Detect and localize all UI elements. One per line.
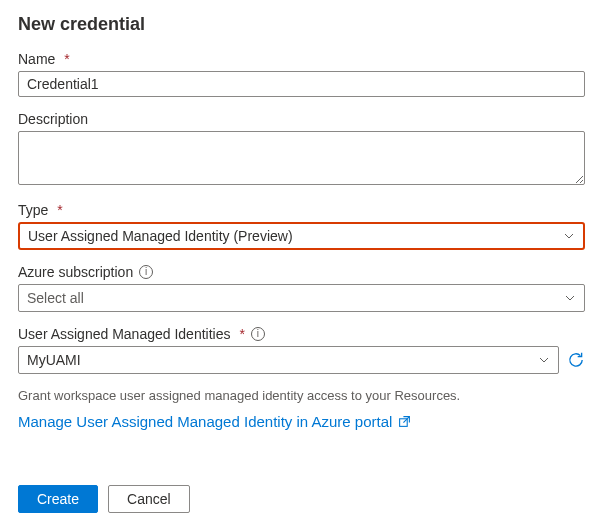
uami-group: User Assigned Managed Identities * i MyU…: [18, 326, 585, 374]
required-marker: *: [64, 51, 69, 67]
chevron-down-icon: [538, 354, 550, 366]
external-link-icon: [398, 415, 411, 428]
chevron-down-icon: [563, 230, 575, 242]
type-label: Type: [18, 202, 48, 218]
info-icon[interactable]: i: [139, 265, 153, 279]
link-label: Manage User Assigned Managed Identity in…: [18, 413, 392, 430]
name-label: Name: [18, 51, 55, 67]
new-credential-panel: New credential Name * Description Type *…: [0, 0, 605, 527]
info-icon[interactable]: i: [251, 327, 265, 341]
type-value: User Assigned Managed Identity (Preview): [28, 228, 293, 244]
uami-select[interactable]: MyUAMI: [18, 346, 559, 374]
uami-value: MyUAMI: [27, 352, 81, 368]
description-input[interactable]: [18, 131, 585, 185]
create-button[interactable]: Create: [18, 485, 98, 513]
name-input[interactable]: [18, 71, 585, 97]
chevron-down-icon: [564, 292, 576, 304]
manage-uami-link[interactable]: Manage User Assigned Managed Identity in…: [18, 413, 411, 430]
subscription-group: Azure subscription i Select all: [18, 264, 585, 312]
subscription-placeholder: Select all: [27, 290, 84, 306]
description-group: Description: [18, 111, 585, 188]
subscription-label: Azure subscription: [18, 264, 133, 280]
panel-title: New credential: [18, 14, 585, 35]
refresh-icon[interactable]: [567, 351, 585, 369]
required-marker: *: [239, 326, 244, 342]
type-select[interactable]: User Assigned Managed Identity (Preview): [18, 222, 585, 250]
description-label: Description: [18, 111, 88, 127]
name-group: Name *: [18, 51, 585, 97]
footer-actions: Create Cancel: [18, 485, 190, 513]
svg-line-1: [404, 417, 410, 423]
type-group: Type * User Assigned Managed Identity (P…: [18, 202, 585, 250]
subscription-select[interactable]: Select all: [18, 284, 585, 312]
cancel-button[interactable]: Cancel: [108, 485, 190, 513]
hint-text: Grant workspace user assigned managed id…: [18, 388, 585, 403]
required-marker: *: [57, 202, 62, 218]
uami-label: User Assigned Managed Identities: [18, 326, 230, 342]
